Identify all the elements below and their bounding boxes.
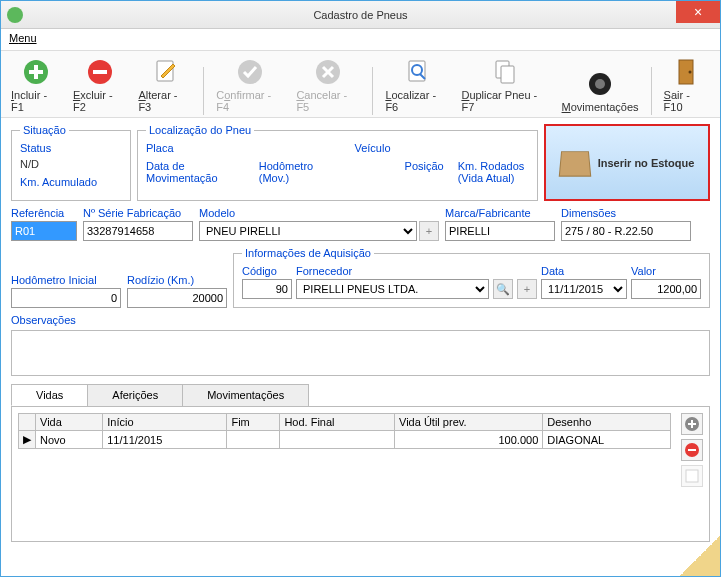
col-fim[interactable]: Fim xyxy=(227,414,280,431)
toolbar: Incluir - F1 Excluir - F2 Alterar - F3 C… xyxy=(1,51,720,118)
cell-vidautil[interactable]: 100.000 xyxy=(395,431,543,449)
toolbar-separator xyxy=(203,67,204,115)
col-vidautil[interactable]: Vida Útil prev. xyxy=(395,414,543,431)
page-corner-icon xyxy=(680,536,720,576)
cancelar-button: Cancelar - F5 xyxy=(292,55,364,115)
tab-panel: Vida Início Fim Hod. Final Vida Útil pre… xyxy=(11,406,710,542)
cell-inicio[interactable]: 11/11/2015 xyxy=(103,431,227,449)
vidas-grid[interactable]: Vida Início Fim Hod. Final Vida Útil pre… xyxy=(18,413,671,449)
col-desenho[interactable]: Desenho xyxy=(543,414,671,431)
valor-input[interactable] xyxy=(631,279,701,299)
dimensoes-label: Dimensões xyxy=(561,207,691,219)
row-selector-header xyxy=(19,414,36,431)
sair-button[interactable]: Sair - F10 xyxy=(660,55,714,115)
incluir-button[interactable]: Incluir - F1 xyxy=(7,55,65,115)
col-hodfinal[interactable]: Hod. Final xyxy=(280,414,395,431)
referencia-input[interactable] xyxy=(11,221,77,241)
content: Situação Status N/D Km. Acumulado Locali… xyxy=(1,118,720,546)
localizar-button[interactable]: Localizar - F6 xyxy=(381,55,453,115)
col-vida[interactable]: Vida xyxy=(36,414,103,431)
rodizio-input[interactable] xyxy=(127,288,227,308)
cell-fim[interactable] xyxy=(227,431,280,449)
codigo-label: Código xyxy=(242,265,292,277)
posicao-label[interactable]: Posição xyxy=(405,160,444,184)
window: Cadastro de Pneus × Menu Incluir - F1 Ex… xyxy=(0,0,721,577)
menubar: Menu xyxy=(1,29,720,51)
hodometro-inicial-input[interactable] xyxy=(11,288,121,308)
tab-vidas[interactable]: Vidas xyxy=(11,384,88,406)
inserir-estoque-button[interactable]: Inserir no Estoque xyxy=(544,124,710,201)
referencia-label: Referência xyxy=(11,207,77,219)
placa-label[interactable]: Placa xyxy=(146,142,245,154)
grid-edit-button[interactable] xyxy=(681,465,703,487)
data-mov-label[interactable]: Data de Movimentação xyxy=(146,160,245,184)
localizacao-fieldset: Localização do Pneu Placa Veículo Data d… xyxy=(137,124,538,201)
aquisicao-legend: Informações de Aquisição xyxy=(242,247,374,259)
fornecedor-search-button[interactable]: 🔍 xyxy=(493,279,513,299)
hodometro-inicial-label: Hodômetro Inicial xyxy=(11,274,121,286)
grid-remove-button[interactable] xyxy=(681,439,703,461)
cell-desenho[interactable]: DIAGONAL xyxy=(543,431,671,449)
nserie-label: Nº Série Fabricação xyxy=(83,207,193,219)
col-inicio[interactable]: Início xyxy=(103,414,227,431)
svg-rect-18 xyxy=(688,423,696,425)
observacoes-input[interactable] xyxy=(11,330,710,376)
tire-icon xyxy=(585,69,615,99)
status-label[interactable]: Status xyxy=(20,142,122,154)
modelo-select[interactable]: PNEU PIRELLI xyxy=(199,221,417,241)
cell-vida[interactable]: Novo xyxy=(36,431,103,449)
km-rodados-label[interactable]: Km. Rodados (Vida Atual) xyxy=(458,160,529,184)
svg-rect-2 xyxy=(29,70,43,74)
duplicate-icon xyxy=(490,57,520,87)
toolbar-separator xyxy=(651,67,652,115)
grid-add-button[interactable] xyxy=(681,413,703,435)
situacao-legend: Situação xyxy=(20,124,69,136)
marca-input xyxy=(445,221,555,241)
plus-icon xyxy=(21,57,51,87)
search-icon xyxy=(402,57,432,87)
cancel-icon xyxy=(313,57,343,87)
svg-point-15 xyxy=(688,71,691,74)
tab-movimentacoes[interactable]: Movimentações xyxy=(182,384,309,406)
marca-label: Marca/Fabricante xyxy=(445,207,555,219)
table-row[interactable]: ▶ Novo 11/11/2015 100.000 DIAGONAL xyxy=(19,431,671,449)
confirmar-button: Confirmar - F4 xyxy=(212,55,288,115)
modelo-label: Modelo xyxy=(199,207,439,219)
alterar-button[interactable]: Alterar - F3 xyxy=(134,55,195,115)
rodizio-label: Rodízio (Km.) xyxy=(127,274,227,286)
svg-rect-11 xyxy=(501,66,514,83)
movimentacoes-button[interactable]: Movimentações xyxy=(558,67,643,115)
observacoes-label: Observações xyxy=(11,314,710,326)
nserie-input[interactable] xyxy=(83,221,193,241)
check-icon xyxy=(235,57,265,87)
duplicar-button[interactable]: Duplicar Pneu - F7 xyxy=(457,55,553,115)
svg-point-13 xyxy=(595,79,605,89)
veiculo-label[interactable]: Veículo xyxy=(354,142,390,154)
inserir-estoque-label: Inserir no Estoque xyxy=(598,157,695,169)
tab-afericoes[interactable]: Aferições xyxy=(87,384,183,406)
fornecedor-label: Fornecedor xyxy=(296,265,489,277)
data-input[interactable]: 11/11/2015 xyxy=(541,279,627,299)
tabs: Vidas Aferições Movimentações xyxy=(11,384,710,406)
modelo-add-button[interactable]: + xyxy=(419,221,439,241)
box-icon xyxy=(558,151,591,176)
excluir-button[interactable]: Excluir - F2 xyxy=(69,55,130,115)
titlebar: Cadastro de Pneus × xyxy=(1,1,720,29)
localizacao-legend: Localização do Pneu xyxy=(146,124,254,136)
km-acumulado-label[interactable]: Km. Acumulado xyxy=(20,176,122,188)
menu-item[interactable]: Menu xyxy=(9,32,37,44)
door-icon xyxy=(672,57,702,87)
cell-hodfinal[interactable] xyxy=(280,431,395,449)
minus-icon xyxy=(85,57,115,87)
codigo-input[interactable] xyxy=(242,279,292,299)
svg-rect-20 xyxy=(688,449,696,451)
fornecedor-select[interactable]: PIRELLI PNEUS LTDA. xyxy=(296,279,489,299)
situacao-fieldset: Situação Status N/D Km. Acumulado xyxy=(11,124,131,201)
status-value: N/D xyxy=(20,158,122,170)
close-button[interactable]: × xyxy=(676,1,720,23)
toolbar-separator xyxy=(372,67,373,115)
row-indicator: ▶ xyxy=(19,431,36,449)
valor-label: Valor xyxy=(631,265,701,277)
hodometro-mov-label[interactable]: Hodômetro (Mov.) xyxy=(259,160,341,184)
fornecedor-add-button[interactable]: + xyxy=(517,279,537,299)
